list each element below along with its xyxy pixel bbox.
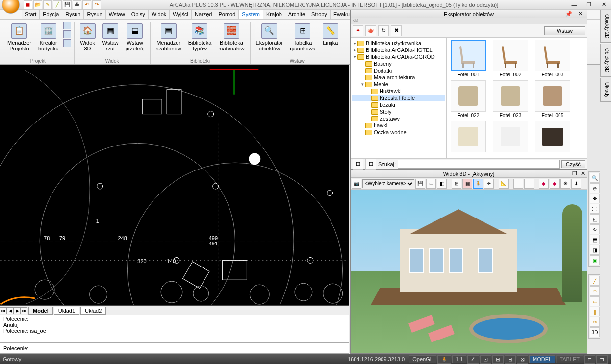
- view3d-canvas[interactable]: [351, 190, 587, 353]
- menadzer-projektu-button[interactable]: 📋 Menadżer Projektu: [5, 22, 34, 53]
- ribbon-tab-edycja[interactable]: Edycja: [39, 10, 62, 19]
- explorer-titlebar[interactable]: Eksplorator obiektów 📌 ✕: [351, 10, 587, 18]
- search-tool-2-icon[interactable]: ⊡: [365, 159, 376, 170]
- v3d-export-icon[interactable]: ⬇: [571, 179, 581, 189]
- qat-redo-icon[interactable]: ↷: [92, 0, 101, 9]
- qat-line-icon[interactable]: ╱: [53, 0, 62, 9]
- tree-lezaki[interactable]: Leżaki: [352, 101, 445, 108]
- ribbon-tab-pomoc[interactable]: Pomod: [215, 10, 239, 19]
- v3d-rect-icon[interactable]: ▭: [426, 179, 436, 189]
- pan-icon[interactable]: ✥: [590, 194, 600, 203]
- tab-next-button[interactable]: ▶: [14, 307, 21, 314]
- ribbon-tab-rysun2[interactable]: Rysun: [83, 10, 105, 19]
- arc-tool-icon[interactable]: ◠: [590, 286, 600, 296]
- status-angle-icon[interactable]: ∠: [467, 355, 479, 364]
- ribbon-tab-widok[interactable]: Widok: [148, 10, 170, 19]
- status-tablet[interactable]: TABLET: [556, 355, 583, 363]
- tab-last-button[interactable]: ⏭: [21, 307, 27, 314]
- status-end1-icon[interactable]: ⊏: [584, 355, 595, 364]
- ribbon-tab-start[interactable]: Start: [22, 10, 40, 19]
- qat-edit-icon[interactable]: ✎: [43, 0, 52, 9]
- qat-undo-icon[interactable]: ↶: [82, 0, 91, 9]
- v3d-grid-icon[interactable]: ⊞: [452, 179, 461, 189]
- status-model[interactable]: MODEL: [529, 355, 555, 363]
- thumb-fotel-023[interactable]: Fotel_023: [491, 80, 530, 118]
- v3d-measure-icon[interactable]: 📐: [499, 179, 509, 189]
- uklad1-tab[interactable]: Układ1: [54, 307, 79, 315]
- v3d-sun-icon[interactable]: ☀: [560, 179, 570, 189]
- status-end2-icon[interactable]: ⊐: [596, 355, 608, 364]
- tabelka-rysunkowa-button[interactable]: ⊞ Tabelka rysunkowa: [287, 22, 318, 53]
- tree-hustawki[interactable]: Huśtawki: [352, 88, 445, 95]
- drawing-viewport[interactable]: 78 79 248 499 491 320 140 1: [0, 65, 349, 306]
- v3d-orbit-icon[interactable]: 🧍: [473, 179, 483, 189]
- v3d-render1-icon[interactable]: ◆: [539, 179, 549, 189]
- 3d-tool-icon[interactable]: 3D: [590, 327, 600, 337]
- tree-zestawy[interactable]: Zestawy: [352, 115, 445, 122]
- tool-red-icon[interactable]: ✦: [353, 25, 363, 36]
- view3d-titlebar[interactable]: Widok 3D - [Aktywny] ❐ ✕: [351, 170, 587, 178]
- v3d-wall-icon[interactable]: ▦: [462, 179, 472, 189]
- zoom-out-icon[interactable]: ⊖: [590, 183, 600, 193]
- thumb-extra-3[interactable]: [533, 121, 572, 152]
- small-tool-2-icon[interactable]: [63, 30, 71, 38]
- side-tab-obiekty2d[interactable]: Obiekty 2D: [600, 10, 611, 43]
- minimize-button[interactable]: —: [567, 0, 582, 9]
- thumb-extra-1[interactable]: [449, 121, 488, 152]
- qat-save-icon[interactable]: 💾: [63, 0, 72, 9]
- orbit-icon[interactable]: ↻: [590, 224, 600, 234]
- tree-dodatki[interactable]: Dodatki: [352, 67, 445, 74]
- biblioteka-materialow-button[interactable]: 🧱 Biblioteka materiałów: [216, 22, 247, 53]
- pin-icon[interactable]: 📌: [565, 11, 572, 18]
- ribbon-tab-wstaw[interactable]: Wstaw: [105, 10, 128, 19]
- explorer-grip[interactable]: ᐊᐊ: [351, 18, 587, 24]
- widok-3d-button[interactable]: 🏠 Widok 3D: [77, 22, 98, 53]
- linijka-button[interactable]: 📏 Linijka: [320, 22, 341, 47]
- ribbon-tab-rysun1[interactable]: Rysun: [62, 10, 84, 19]
- tree-stoly[interactable]: Stoły: [352, 108, 445, 115]
- tab-prev-button[interactable]: ◀: [7, 307, 14, 314]
- status-person-icon[interactable]: 🧍: [437, 355, 451, 364]
- thumb-fotel-002[interactable]: Fotel_002: [491, 40, 530, 77]
- tree-hotel-lib[interactable]: ▸Bilblioteka ArCADia-HOTEL: [352, 47, 445, 53]
- restore-icon[interactable]: ❐: [572, 170, 577, 177]
- offset-tool-icon[interactable]: ‖: [590, 307, 600, 316]
- tree-ogrod-lib[interactable]: ▾Bilblioteka ArCADia-OGRÓD: [352, 53, 445, 60]
- view-top-icon[interactable]: ⬒: [590, 235, 600, 244]
- thumb-fotel-065[interactable]: Fotel_065: [533, 80, 572, 118]
- search-tool-1-icon[interactable]: ⊞: [353, 159, 363, 170]
- status-snap1-icon[interactable]: ⊡: [480, 355, 491, 364]
- v3d-camera-icon[interactable]: 📷: [352, 179, 361, 189]
- status-scale[interactable]: 1:1: [452, 355, 466, 363]
- maximize-button[interactable]: ☐: [582, 0, 596, 9]
- tree-baseny[interactable]: Baseny: [352, 60, 445, 67]
- qat-open-icon[interactable]: 📂: [33, 0, 42, 9]
- trim-tool-icon[interactable]: ✂: [590, 317, 600, 327]
- tool-settings-icon[interactable]: ✖: [391, 25, 402, 36]
- command-history[interactable]: Polecenie: Anuluj Polecenie: isa_oe: [0, 315, 349, 343]
- ribbon-tab-archite[interactable]: Archite: [285, 10, 308, 19]
- close-button[interactable]: ✕: [596, 0, 611, 9]
- thumb-fotel-003[interactable]: Fotel_003: [533, 40, 572, 77]
- search-input[interactable]: [398, 160, 560, 169]
- ribbon-tab-system[interactable]: System: [238, 10, 263, 19]
- uklad2-tab[interactable]: Układ2: [80, 307, 106, 315]
- eksplorator-obiektow-button[interactable]: 🔍 Eksplorator obiektów: [254, 22, 286, 53]
- v3d-cube-icon[interactable]: ◧: [437, 179, 447, 189]
- library-tree[interactable]: ▸Bilblioteka użytkownika ▸Bilblioteka Ar…: [351, 38, 447, 158]
- kreator-budynku-button[interactable]: 🏢 Kreator budynku: [36, 22, 61, 53]
- ribbon-tab-stropy[interactable]: Stropy: [308, 10, 331, 19]
- biblioteka-typow-button[interactable]: 📚 Biblioteka typów: [186, 22, 214, 53]
- model-tab[interactable]: Model: [28, 307, 53, 315]
- tab-first-button[interactable]: ⏮: [0, 307, 7, 314]
- clear-button[interactable]: Czyść: [561, 160, 585, 168]
- status-snap3-icon[interactable]: ⊟: [505, 355, 516, 364]
- zoom-extents-icon[interactable]: ⛶: [590, 204, 600, 214]
- thumb-extra-2[interactable]: [491, 121, 530, 152]
- thumb-fotel-022[interactable]: Fotel_022: [449, 80, 488, 118]
- small-tool-3-icon[interactable]: [63, 39, 71, 47]
- side-tab-obiekty3d[interactable]: Obiekty 3D: [600, 44, 611, 76]
- ribbon-tab-ewaku[interactable]: Ewaku: [330, 10, 353, 19]
- wstaw-button[interactable]: Wstaw: [544, 26, 585, 35]
- v3d-render2-icon[interactable]: ◆: [550, 179, 560, 189]
